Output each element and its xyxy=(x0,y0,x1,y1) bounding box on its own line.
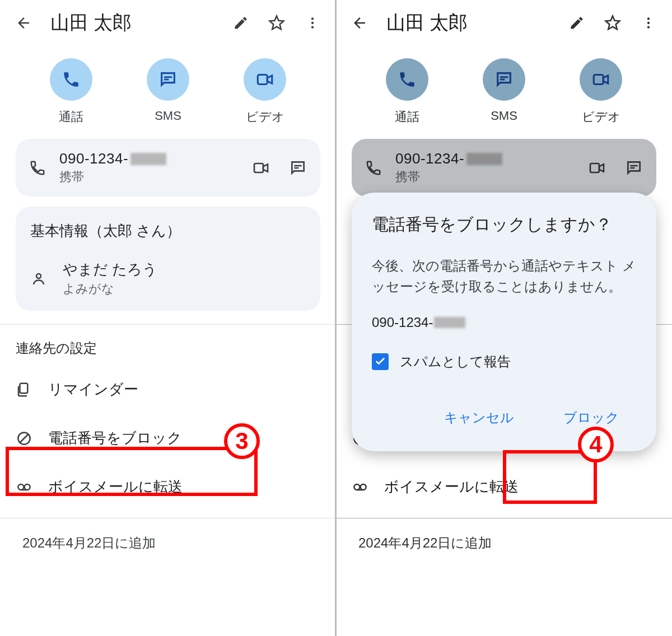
edit-icon[interactable] xyxy=(564,11,589,35)
phone-icon xyxy=(386,58,428,101)
yomi-value: やまだ たろう xyxy=(63,260,157,279)
sms-button[interactable]: SMS xyxy=(147,58,189,125)
phone-card: 090-1234- 携帯 xyxy=(352,139,656,197)
reminder-icon xyxy=(16,381,32,398)
back-icon[interactable] xyxy=(11,11,36,35)
video-icon xyxy=(244,58,286,101)
redacted-digits xyxy=(466,153,502,165)
header-bar: 山田 太郎 xyxy=(336,0,672,46)
divider xyxy=(336,518,672,518)
more-icon[interactable] xyxy=(300,11,325,35)
video-label: ビデオ xyxy=(246,109,284,125)
redacted-digits xyxy=(434,317,465,328)
cancel-button[interactable]: キャンセル xyxy=(433,401,525,434)
message-icon[interactable] xyxy=(625,159,643,177)
video-icon xyxy=(580,58,622,101)
dialog-body: 今後、次の電話番号から通話やテキスト メッセージを受け取ることはありません。 xyxy=(372,255,636,297)
panel-separator xyxy=(335,0,337,636)
checkbox-checked-icon xyxy=(372,353,389,370)
video-label: ビデオ xyxy=(582,109,620,125)
video-call-icon[interactable] xyxy=(252,159,270,177)
action-row: 通話 SMS ビデオ xyxy=(336,46,672,135)
star-icon[interactable] xyxy=(264,11,289,35)
voicemail-icon xyxy=(16,479,32,495)
person-icon xyxy=(30,270,47,287)
block-icon xyxy=(16,430,32,447)
phone-outline-icon xyxy=(365,160,382,176)
voicemail-item[interactable]: ボイスメールに転送 xyxy=(336,462,672,511)
star-icon[interactable] xyxy=(600,11,625,35)
screenshot-step-4: 山田 太郎 通話 SMS ビデオ xyxy=(336,0,672,636)
message-icon[interactable] xyxy=(289,159,307,177)
phone-type: 携帯 xyxy=(59,169,239,185)
phone-outline-icon xyxy=(29,160,46,176)
sms-label: SMS xyxy=(491,109,517,123)
spam-label: スパムとして報告 xyxy=(400,353,511,371)
sms-icon xyxy=(483,58,525,101)
phone-number[interactable]: 090-1234- xyxy=(59,150,239,167)
call-label: 通話 xyxy=(395,109,419,125)
phone-type: 携帯 xyxy=(395,169,575,185)
voicemail-label: ボイスメールに転送 xyxy=(384,477,519,497)
more-icon[interactable] xyxy=(636,11,661,35)
reminder-item[interactable]: リマインダー xyxy=(0,365,336,414)
back-icon[interactable] xyxy=(347,11,372,35)
action-row: 通話 SMS ビデオ xyxy=(0,46,336,135)
contact-name: 山田 太郎 xyxy=(386,10,553,36)
phone-card: 090-1234- 携帯 xyxy=(16,139,320,197)
dialog-title: 電話番号をブロックしますか？ xyxy=(372,213,636,236)
contact-name: 山田 太郎 xyxy=(50,10,217,36)
sms-button[interactable]: SMS xyxy=(483,58,525,125)
settings-title: 連絡先の設定 xyxy=(0,325,336,365)
voicemail-item[interactable]: ボイスメールに転送 xyxy=(0,462,336,511)
added-date: 2024年4月22日に追加 xyxy=(336,518,672,568)
sms-label: SMS xyxy=(155,109,181,123)
block-button[interactable]: ブロック xyxy=(552,401,631,434)
phone-number[interactable]: 090-1234- xyxy=(395,150,575,167)
call-button[interactable]: 通話 xyxy=(386,58,428,125)
dialog-phone-number: 090-1234- xyxy=(372,315,636,330)
block-number-item[interactable]: 電話番号をブロック xyxy=(0,414,336,462)
block-label: 電話番号をブロック xyxy=(48,428,182,448)
call-label: 通話 xyxy=(59,109,83,125)
annotation-box-4 xyxy=(503,450,597,504)
screenshot-step-3: 山田 太郎 通話 SMS ビデオ xyxy=(0,0,336,636)
reminder-label: リマインダー xyxy=(48,380,138,399)
call-button[interactable]: 通話 xyxy=(50,58,92,125)
spam-report-checkbox[interactable]: スパムとして報告 xyxy=(372,353,636,371)
block-confirm-dialog: 電話番号をブロックしますか？ 今後、次の電話番号から通話やテキスト メッセージを… xyxy=(352,193,656,451)
voicemail-icon xyxy=(352,479,368,495)
video-button[interactable]: ビデオ xyxy=(580,58,622,125)
voicemail-label: ボイスメールに転送 xyxy=(48,477,183,497)
info-card: 基本情報（太郎 さん） やまだ たろう よみがな xyxy=(16,207,320,311)
edit-icon[interactable] xyxy=(228,11,253,35)
video-call-icon[interactable] xyxy=(588,159,606,177)
info-title: 基本情報（太郎 さん） xyxy=(30,221,306,241)
redacted-digits xyxy=(130,153,166,165)
header-bar: 山田 太郎 xyxy=(0,0,336,46)
sms-icon xyxy=(147,58,189,101)
yomi-caption: よみがな xyxy=(63,280,157,297)
added-date: 2024年4月22日に追加 xyxy=(0,518,336,568)
phone-icon xyxy=(50,58,92,101)
video-button[interactable]: ビデオ xyxy=(244,58,286,125)
